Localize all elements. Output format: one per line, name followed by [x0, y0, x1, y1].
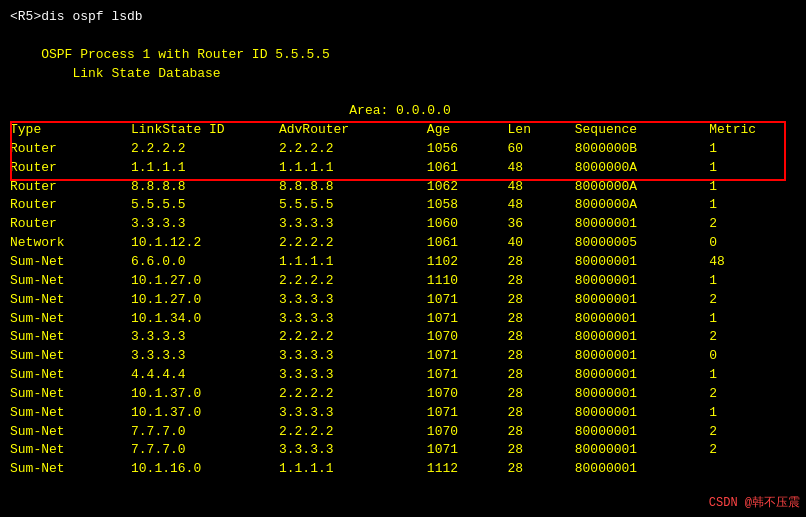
- cell-1: 10.1.34.0: [131, 310, 279, 329]
- cell-0: Sum-Net: [10, 328, 131, 347]
- cell-6: 1: [709, 366, 790, 385]
- ospf-table: Area: 0.0.0.0 Type LinkState ID AdvRoute…: [10, 102, 790, 479]
- cell-5: 80000001: [575, 404, 709, 423]
- cell-2: 5.5.5.5: [279, 196, 427, 215]
- table-row: Sum-Net3.3.3.32.2.2.2107028800000012: [10, 328, 790, 347]
- cell-6: 1: [709, 310, 790, 329]
- cell-5: 80000005: [575, 234, 709, 253]
- cell-1: 8.8.8.8: [131, 178, 279, 197]
- col-type: Type: [10, 121, 131, 140]
- cell-6: 1: [709, 404, 790, 423]
- area-label: Area: 0.0.0.0: [10, 102, 790, 121]
- cell-1: 10.1.16.0: [131, 460, 279, 479]
- cell-6: [709, 460, 790, 479]
- cell-2: 3.3.3.3: [279, 366, 427, 385]
- cell-2: 1.1.1.1: [279, 159, 427, 178]
- table-row: Sum-Net10.1.37.03.3.3.3107128800000011: [10, 404, 790, 423]
- cell-2: 3.3.3.3: [279, 404, 427, 423]
- table-row: Sum-Net10.1.34.03.3.3.3107128800000011: [10, 310, 790, 329]
- cell-6: 2: [709, 385, 790, 404]
- cell-5: 80000001: [575, 272, 709, 291]
- cell-6: 0: [709, 347, 790, 366]
- cell-5: 80000001: [575, 310, 709, 329]
- terminal: <R5>dis ospf lsdb OSPF Process 1 with Ro…: [0, 0, 806, 517]
- cell-1: 10.1.37.0: [131, 385, 279, 404]
- cell-1: 7.7.7.0: [131, 441, 279, 460]
- cell-3: 1071: [427, 441, 508, 460]
- cell-3: 1071: [427, 310, 508, 329]
- cell-4: 28: [508, 385, 575, 404]
- cell-4: 40: [508, 234, 575, 253]
- cell-3: 1070: [427, 328, 508, 347]
- cell-0: Sum-Net: [10, 310, 131, 329]
- cell-0: Router: [10, 159, 131, 178]
- table-row: Sum-Net6.6.0.01.1.1.11102288000000148: [10, 253, 790, 272]
- cell-2: 1.1.1.1: [279, 460, 427, 479]
- cell-5: 80000001: [575, 366, 709, 385]
- cell-3: 1110: [427, 272, 508, 291]
- cell-2: 2.2.2.2: [279, 140, 427, 159]
- cell-0: Sum-Net: [10, 366, 131, 385]
- table-row: Network10.1.12.22.2.2.2106140800000050: [10, 234, 790, 253]
- cell-1: 3.3.3.3: [131, 215, 279, 234]
- table-row: Router5.5.5.55.5.5.51058488000000A1: [10, 196, 790, 215]
- cell-4: 28: [508, 404, 575, 423]
- cell-0: Router: [10, 196, 131, 215]
- table-row: Sum-Net10.1.16.01.1.1.111122880000001: [10, 460, 790, 479]
- table-row: Router8.8.8.88.8.8.81062488000000A1: [10, 178, 790, 197]
- table-row: Router2.2.2.22.2.2.21056608000000B1: [10, 140, 790, 159]
- col-advrouter: AdvRouter: [279, 121, 427, 140]
- col-linkstate: LinkState ID: [131, 121, 279, 140]
- watermark: CSDN @韩不压震: [709, 494, 800, 511]
- cell-1: 10.1.37.0: [131, 404, 279, 423]
- cell-3: 1071: [427, 291, 508, 310]
- title-line1: OSPF Process 1 with Router ID 5.5.5.5: [10, 46, 796, 65]
- cell-6: 1: [709, 196, 790, 215]
- title-line2: Link State Database: [10, 65, 796, 84]
- cell-1: 3.3.3.3: [131, 328, 279, 347]
- cell-4: 28: [508, 460, 575, 479]
- cell-2: 2.2.2.2: [279, 272, 427, 291]
- cell-5: 8000000B: [575, 140, 709, 159]
- cell-0: Network: [10, 234, 131, 253]
- cell-3: 1071: [427, 404, 508, 423]
- cell-4: 48: [508, 159, 575, 178]
- cell-6: 2: [709, 441, 790, 460]
- cell-4: 60: [508, 140, 575, 159]
- cell-6: 1: [709, 140, 790, 159]
- cell-2: 3.3.3.3: [279, 347, 427, 366]
- cell-4: 48: [508, 196, 575, 215]
- cell-0: Sum-Net: [10, 272, 131, 291]
- cell-2: 3.3.3.3: [279, 310, 427, 329]
- cell-6: 1: [709, 178, 790, 197]
- table-body: Router2.2.2.22.2.2.21056608000000B1Route…: [10, 140, 790, 479]
- table-row: Sum-Net7.7.7.03.3.3.3107128800000012: [10, 441, 790, 460]
- cell-5: 80000001: [575, 328, 709, 347]
- cell-3: 1060: [427, 215, 508, 234]
- cell-5: 8000000A: [575, 159, 709, 178]
- cell-2: 2.2.2.2: [279, 328, 427, 347]
- cell-5: 80000001: [575, 347, 709, 366]
- cell-3: 1071: [427, 347, 508, 366]
- cell-0: Router: [10, 140, 131, 159]
- cell-6: 48: [709, 253, 790, 272]
- cell-2: 3.3.3.3: [279, 215, 427, 234]
- cell-3: 1070: [427, 423, 508, 442]
- cell-4: 36: [508, 215, 575, 234]
- cell-3: 1062: [427, 178, 508, 197]
- cell-1: 10.1.27.0: [131, 291, 279, 310]
- command-line: <R5>dis ospf lsdb: [10, 8, 796, 27]
- cell-1: 7.7.7.0: [131, 423, 279, 442]
- cell-5: 80000001: [575, 423, 709, 442]
- cell-4: 28: [508, 423, 575, 442]
- table-row: Sum-Net10.1.27.02.2.2.2111028800000011: [10, 272, 790, 291]
- cell-0: Sum-Net: [10, 460, 131, 479]
- table-row: Sum-Net7.7.7.02.2.2.2107028800000012: [10, 423, 790, 442]
- blank-line: [10, 27, 796, 46]
- area-row: Area: 0.0.0.0: [10, 102, 790, 121]
- cell-4: 28: [508, 441, 575, 460]
- col-len: Len: [508, 121, 575, 140]
- cell-6: 2: [709, 328, 790, 347]
- cell-3: 1056: [427, 140, 508, 159]
- cell-1: 3.3.3.3: [131, 347, 279, 366]
